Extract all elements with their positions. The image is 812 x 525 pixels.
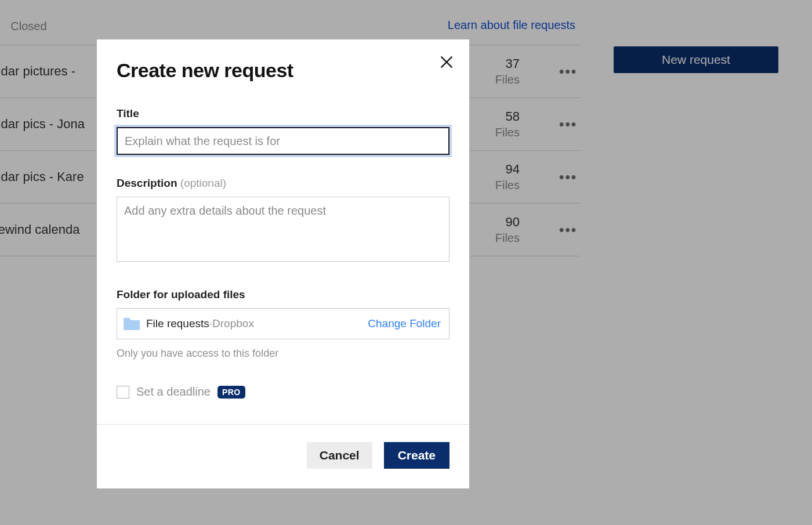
folder-icon <box>123 317 140 331</box>
description-input[interactable] <box>117 197 449 262</box>
folder-selector: File requests · Dropbox Change Folder <box>117 308 449 339</box>
modal-body: Create new request Title Description (op… <box>97 39 469 424</box>
modal-title: Create new request <box>117 59 449 82</box>
create-button[interactable]: Create <box>384 442 449 469</box>
change-folder-button[interactable]: Change Folder <box>368 317 441 330</box>
deadline-row: Set a deadline PRO <box>117 385 449 399</box>
deadline-label: Set a deadline <box>136 385 211 399</box>
description-label-text: Description <box>117 177 180 189</box>
title-input[interactable] <box>117 127 449 155</box>
folder-location: Dropbox <box>212 317 254 330</box>
title-label: Title <box>117 107 449 120</box>
description-optional: (optional) <box>180 177 226 189</box>
folder-label: Folder for uploaded files <box>117 288 449 301</box>
folder-name: File requests <box>146 317 209 330</box>
description-label: Description (optional) <box>117 177 449 190</box>
folder-access-note: Only you have access to this folder <box>117 347 449 360</box>
close-icon[interactable] <box>439 55 454 70</box>
modal-footer: Cancel Create <box>97 424 469 488</box>
pro-badge: PRO <box>217 386 245 399</box>
deadline-checkbox[interactable] <box>117 386 129 399</box>
create-request-modal: Create new request Title Description (op… <box>97 39 469 488</box>
cancel-button[interactable]: Cancel <box>307 442 372 469</box>
